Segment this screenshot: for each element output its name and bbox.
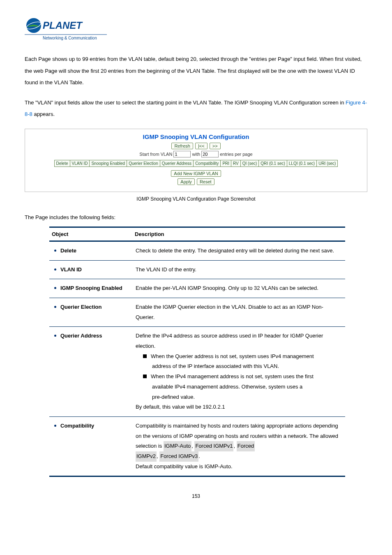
bullet-icon <box>54 287 56 289</box>
desc-delete: Check to delete the entry. The designate… <box>132 241 345 260</box>
col-querier-address: Querier Address <box>160 160 193 166</box>
table-row: IGMP Snooping Enabled Enable the per-VLA… <box>49 279 345 298</box>
option-v3: Forced IGMPv3 <box>159 451 198 462</box>
config-screenshot: IGMP Snooping VLAN Configuration Refresh… <box>25 129 367 192</box>
desc-vlan-id: The VLAN ID of the entry. <box>132 260 345 279</box>
obj-vlan-id: VLAN ID <box>60 266 82 273</box>
desc-compatibility: Compatibility is maintained by hosts and… <box>132 416 345 476</box>
col-snooping: Snooping Enabled <box>90 160 127 166</box>
col-llqi: LLQI (0.1 sec) <box>287 160 316 166</box>
bullet-icon <box>54 306 56 308</box>
desc-snooping-enabled: Enable the per-VLAN IGMP Snooping. Only … <box>132 279 345 298</box>
fields-table: Object Description Delete Check to delet… <box>49 227 345 477</box>
screenshot-title: IGMP Snooping VLAN Configuration <box>28 133 364 140</box>
table-row: VLAN ID The VLAN ID of the entry. <box>49 260 345 279</box>
start-vlan-input[interactable] <box>173 151 191 157</box>
desc-querier-election: Enable the IGMP Querier election in the … <box>132 298 345 327</box>
refresh-button[interactable]: Refresh <box>171 143 193 149</box>
col-compatibility: Compatibility <box>194 160 221 166</box>
col-qri: QRI (0.1 sec) <box>259 160 287 166</box>
next-page-button[interactable]: >> <box>210 143 221 149</box>
bullet-icon <box>54 250 56 252</box>
header-object: Object <box>49 227 132 241</box>
paragraph-2: The "VLAN" input fields allow the user t… <box>25 97 367 120</box>
reset-button[interactable]: Reset <box>197 178 214 185</box>
obj-querier-election: Querier Election <box>60 304 101 310</box>
apply-button[interactable]: Apply <box>178 178 195 185</box>
square-bullet-icon <box>143 375 147 378</box>
header-description: Description <box>132 227 345 241</box>
option-v1: Forced IGMPv1 <box>194 441 233 451</box>
default-value: IGMP-Auto <box>205 463 231 469</box>
col-rv: RV <box>231 160 241 166</box>
square-bullet-icon <box>143 354 147 358</box>
obj-querier-address: Querier Address <box>60 333 102 339</box>
entries-per-page-input[interactable] <box>201 151 219 157</box>
config-header-table: Delete VLAN ID Snooping Enabled Querier … <box>54 160 338 167</box>
table-row: Querier Address Define the IPv4 address … <box>49 327 345 417</box>
option-auto: IGMP-Auto <box>164 441 191 451</box>
page-number: 153 <box>25 493 367 499</box>
start-label-b: with <box>192 152 202 157</box>
start-label-a: Start from VLAN <box>139 152 173 157</box>
table-row: Delete Check to delete the entry. The de… <box>49 241 345 260</box>
col-uri: URI (sec) <box>317 160 338 166</box>
table-row: Compatibility Compatibility is maintaine… <box>49 416 345 476</box>
table-row: Querier Election Enable the IGMP Querier… <box>49 298 345 327</box>
fields-intro: The Page includes the following fields: <box>25 214 367 220</box>
para2-text-a: The "VLAN" input fields allow the user t… <box>25 99 346 106</box>
col-delete: Delete <box>54 160 70 166</box>
prev-page-button[interactable]: |<< <box>195 143 208 149</box>
option-forced: Forced <box>237 441 255 451</box>
desc-querier-address: Define the IPv4 address as source addres… <box>132 327 345 417</box>
svg-text:Networking & Communication: Networking & Communication <box>43 36 97 40</box>
obj-delete: Delete <box>60 247 76 254</box>
option-v2: IGMPv2 <box>136 451 157 462</box>
col-vlan-id: VLAN ID <box>70 160 90 166</box>
add-vlan-button[interactable]: Add New IGMP VLAN <box>171 170 221 177</box>
bullet-icon <box>54 335 56 337</box>
bullet-icon <box>54 268 56 271</box>
start-label-c: entries per page <box>220 152 253 157</box>
brand-logo: PLANET Networking & Communication <box>25 16 367 41</box>
obj-compatibility: Compatibility <box>60 423 94 429</box>
para2-text-b: appears. <box>32 111 55 117</box>
col-querier-election: Querier Election <box>127 160 160 166</box>
paragraph-1: Each Page shows up to 99 entries from th… <box>25 53 367 89</box>
bullet-icon <box>54 425 56 427</box>
svg-text:PLANET: PLANET <box>43 20 83 31</box>
screenshot-caption: IGMP Snooping VLAN Configuration Page Sc… <box>25 196 367 202</box>
col-pri: PRI <box>221 160 231 166</box>
col-qi: QI (sec) <box>240 160 259 166</box>
obj-snooping-enabled: IGMP Snooping Enabled <box>60 285 122 291</box>
